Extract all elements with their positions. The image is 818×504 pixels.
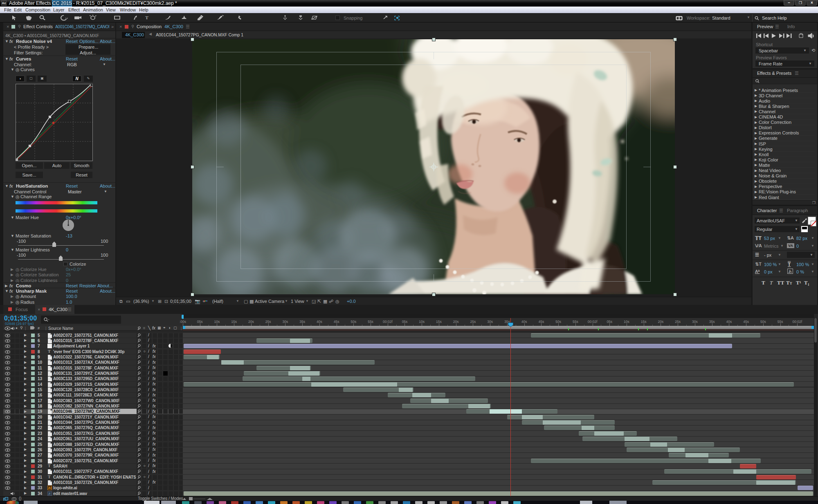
svg-text:T: T xyxy=(145,15,149,20)
